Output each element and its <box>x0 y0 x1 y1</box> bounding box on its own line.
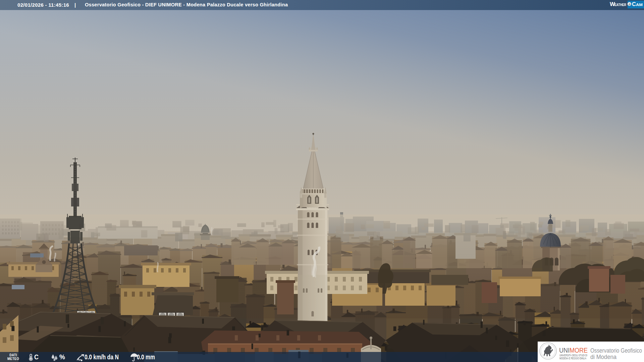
svg-text:AM: AM <box>636 3 643 7</box>
svg-text:MODENA E REGGIO EMILIA: MODENA E REGGIO EMILIA <box>559 357 586 360</box>
svg-text:EATHER: EATHER <box>614 3 627 7</box>
svg-text:C: C <box>632 1 636 7</box>
svg-text:UNIMORE: UNIMORE <box>559 346 588 354</box>
svg-text:di Modena: di Modena <box>590 353 617 360</box>
svg-text:UNIVERSITÀ DEGLI STUDI DI: UNIVERSITÀ DEGLI STUDI DI <box>559 354 587 357</box>
svg-text:Osservatorio Geofisico: Osservatorio Geofisico <box>590 347 642 354</box>
